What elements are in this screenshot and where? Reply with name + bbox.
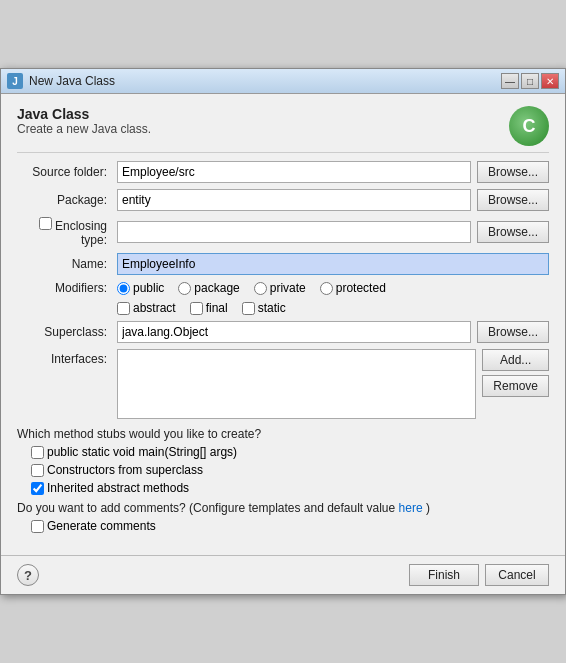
stub-constructors[interactable]: Constructors from superclass [31,463,549,477]
generate-comments-label: Generate comments [47,519,156,533]
modifier-static[interactable]: static [242,301,286,315]
source-folder-input[interactable] [117,161,471,183]
package-label: Package: [17,193,117,207]
stub-inherited-checkbox[interactable] [31,482,44,495]
modifier-abstract-checkbox[interactable] [117,302,130,315]
modifier-final-checkbox[interactable] [190,302,203,315]
modifiers-row-2: abstract final static [117,301,549,315]
header-text: Java Class Create a new Java class. [17,106,151,136]
superclass-row: Superclass: Browse... [17,321,549,343]
modifiers-row: Modifiers: public package private protec… [17,281,549,295]
superclass-label: Superclass: [17,325,117,339]
stubs-question: Which method stubs would you like to cre… [17,427,549,441]
title-bar: J New Java Class — □ ✕ [1,69,565,94]
name-field [117,253,549,275]
modifier-public-label: public [133,281,164,295]
comments-note: Do you want to add comments? (Configure … [17,501,549,515]
interfaces-label: Interfaces: [17,349,117,366]
modifier-final-label: final [206,301,228,315]
source-folder-field: Browse... [117,161,549,183]
maximize-button[interactable]: □ [521,73,539,89]
bottom-bar-right: Finish Cancel [409,564,549,586]
generate-comments[interactable]: Generate comments [31,519,549,533]
generate-comments-checkbox[interactable] [31,520,44,533]
modifier-final[interactable]: final [190,301,228,315]
comments-link[interactable]: here [399,501,423,515]
modifier-package[interactable]: package [178,281,239,295]
name-input[interactable] [117,253,549,275]
section-subtitle: Create a new Java class. [17,122,151,136]
cancel-button[interactable]: Cancel [485,564,549,586]
modifiers-radio-group: public package private protected [117,281,386,295]
interfaces-remove-button[interactable]: Remove [482,375,549,397]
name-label: Name: [17,257,117,271]
section-title: Java Class [17,106,151,122]
interfaces-row: Interfaces: Add... Remove [17,349,549,419]
window-icon: J [7,73,23,89]
modifier-private-radio[interactable] [254,282,267,295]
comments-section: Do you want to add comments? (Configure … [17,501,549,533]
modifier-abstract[interactable]: abstract [117,301,176,315]
modifier-package-label: package [194,281,239,295]
stub-main-checkbox[interactable] [31,446,44,459]
interfaces-add-button[interactable]: Add... [482,349,549,371]
package-browse-button[interactable]: Browse... [477,189,549,211]
interfaces-buttons: Add... Remove [482,349,549,397]
modifiers-label: Modifiers: [17,281,117,295]
enclosing-type-label-container: Enclosing type: [17,217,117,247]
bottom-bar: ? Finish Cancel [1,555,565,594]
modifier-public-radio[interactable] [117,282,130,295]
modifier-private-label: private [270,281,306,295]
stubs-options: public static void main(String[] args) C… [31,445,549,495]
source-folder-label: Source folder: [17,165,117,179]
window-title: New Java Class [29,74,115,88]
title-buttons: — □ ✕ [501,73,559,89]
close-button[interactable]: ✕ [541,73,559,89]
stub-inherited[interactable]: Inherited abstract methods [31,481,549,495]
comments-question: Do you want to add comments? (Configure … [17,501,395,515]
title-bar-left: J New Java Class [7,73,115,89]
enclosing-type-input[interactable] [117,221,471,243]
modifier-abstract-label: abstract [133,301,176,315]
enclosing-type-checkbox[interactable] [39,217,52,230]
stub-main-label: public static void main(String[] args) [47,445,237,459]
modifier-package-radio[interactable] [178,282,191,295]
stub-constructors-label: Constructors from superclass [47,463,203,477]
name-row: Name: [17,253,549,275]
stub-inherited-label: Inherited abstract methods [47,481,189,495]
superclass-browse-button[interactable]: Browse... [477,321,549,343]
modifier-static-checkbox[interactable] [242,302,255,315]
section-header: Java Class Create a new Java class. C [17,106,549,153]
minimize-button[interactable]: — [501,73,519,89]
package-input[interactable] [117,189,471,211]
help-button[interactable]: ? [17,564,39,586]
modifier-private[interactable]: private [254,281,306,295]
modifier-static-label: static [258,301,286,315]
modifier-protected-label: protected [336,281,386,295]
stub-main[interactable]: public static void main(String[] args) [31,445,549,459]
comments-link-suffix: ) [426,501,430,515]
source-folder-row: Source folder: Browse... [17,161,549,183]
eclipse-logo: C [509,106,549,146]
dialog-window: J New Java Class — □ ✕ Java Class Create… [0,68,566,595]
enclosing-type-label: Enclosing type: [55,219,107,247]
source-folder-browse-button[interactable]: Browse... [477,161,549,183]
superclass-input[interactable] [117,321,471,343]
modifier-protected[interactable]: protected [320,281,386,295]
finish-button[interactable]: Finish [409,564,479,586]
stub-constructors-checkbox[interactable] [31,464,44,477]
enclosing-type-field: Browse... [117,221,549,243]
superclass-field: Browse... [117,321,549,343]
enclosing-type-row: Enclosing type: Browse... [17,217,549,247]
modifier-public[interactable]: public [117,281,164,295]
stubs-section: Which method stubs would you like to cre… [17,427,549,495]
interfaces-box [117,349,476,419]
package-row: Package: Browse... [17,189,549,211]
modifier-protected-radio[interactable] [320,282,333,295]
dialog-content: Java Class Create a new Java class. C So… [1,94,565,555]
enclosing-type-browse-button[interactable]: Browse... [477,221,549,243]
package-field: Browse... [117,189,549,211]
